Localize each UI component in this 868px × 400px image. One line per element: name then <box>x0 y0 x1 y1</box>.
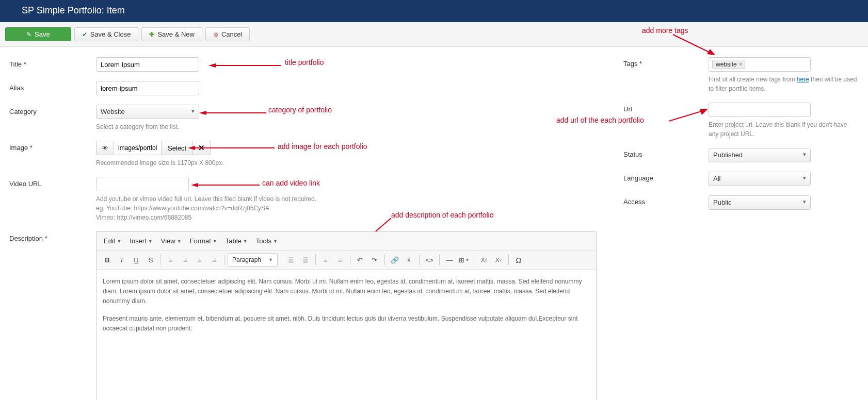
svg-marker-11 <box>707 49 715 55</box>
redo-button[interactable]: ↷ <box>368 253 381 266</box>
unlink-button[interactable]: ⚹ <box>403 253 416 266</box>
alias-label: Alias <box>9 81 96 92</box>
separator <box>508 255 509 265</box>
cancel-button[interactable]: ⊗ Cancel <box>205 27 250 41</box>
code-button[interactable]: <> <box>423 253 436 266</box>
editor-content[interactable]: Lorem ipsum dolor sit amet, consectetuer… <box>97 270 596 400</box>
svg-line-12 <box>669 111 703 121</box>
annotation-url: add url of the each portfolio <box>556 116 644 124</box>
caret-icon: ▼ <box>213 239 217 244</box>
subscript-button[interactable]: X2 <box>477 253 491 266</box>
status-value: Published <box>713 151 743 159</box>
svg-line-10 <box>673 35 711 53</box>
separator <box>474 255 474 265</box>
svg-marker-7 <box>191 183 198 187</box>
separator <box>315 255 316 265</box>
description-label: Description * <box>9 231 96 242</box>
access-select[interactable]: Public <box>709 195 811 210</box>
rich-text-editor: Edit▼ Insert▼ View▼ Format▼ Table▼ Tools… <box>96 231 597 400</box>
menu-table[interactable]: Table▼ <box>222 235 251 247</box>
menu-view[interactable]: View▼ <box>158 235 185 247</box>
caret-icon: ▼ <box>273 239 278 244</box>
underline-button[interactable]: U <box>130 253 143 266</box>
language-label: Language <box>623 172 709 182</box>
number-list-button[interactable]: ☰ <box>299 253 312 266</box>
annotation-title: title portfolio <box>285 58 324 66</box>
category-value: Website <box>101 108 125 115</box>
align-justify-button[interactable]: ≡ <box>207 253 221 266</box>
title-input[interactable] <box>96 57 199 72</box>
alias-input[interactable] <box>96 81 199 95</box>
save-button[interactable]: ✎ Save <box>5 27 71 41</box>
video-input[interactable] <box>96 177 189 191</box>
save-close-label: Save & Close <box>90 30 131 38</box>
tag-remove-icon[interactable]: × <box>739 61 743 68</box>
caret-icon: ▼ <box>117 239 121 244</box>
tag-chip: website × <box>712 60 745 69</box>
menu-tools[interactable]: Tools▼ <box>253 235 281 247</box>
menu-edit[interactable]: Edit▼ <box>101 235 124 247</box>
caret-icon: ▼ <box>268 257 273 262</box>
italic-button[interactable]: I <box>115 253 128 266</box>
save-icon: ✎ <box>26 31 31 38</box>
action-toolbar: ✎ Save ✔ Save & Close ✚ Save & New ⊗ Can… <box>0 22 868 47</box>
access-value: Public <box>713 198 731 206</box>
hr-button[interactable]: — <box>443 253 456 266</box>
language-select[interactable]: All <box>709 172 811 186</box>
separator <box>224 255 224 265</box>
image-preview-button[interactable]: 👁 <box>96 141 114 155</box>
align-right-button[interactable]: ≡ <box>193 253 206 266</box>
svg-marker-3 <box>199 111 206 115</box>
caret-icon: ▼ <box>148 239 153 244</box>
indent-button[interactable]: ≡ <box>333 253 347 266</box>
video-help-line1: Add youtube or vimeo video full url. Lea… <box>96 194 354 204</box>
link-button[interactable]: 🔗 <box>388 253 401 266</box>
align-left-button[interactable]: ≡ <box>164 253 178 266</box>
bullet-list-button[interactable]: ☰ <box>284 253 298 266</box>
tags-input[interactable]: website × <box>709 57 811 72</box>
content-area: Title * title portfolio Alias Category W… <box>0 47 868 400</box>
separator <box>384 255 385 265</box>
tag-label: website <box>716 61 737 68</box>
outdent-button[interactable]: ≡ <box>319 253 332 266</box>
tags-help: First of all create new tags from here t… <box>709 75 859 93</box>
table-button[interactable]: ⊞▼ <box>457 253 471 266</box>
menu-format[interactable]: Format▼ <box>187 235 220 247</box>
category-help: Select a category from the list. <box>96 122 199 131</box>
tags-help-link[interactable]: here <box>797 76 809 83</box>
url-input[interactable] <box>709 103 811 117</box>
special-char-button[interactable]: Ω <box>512 253 525 266</box>
content-paragraph: Praesent mauris ante, elementum et, bibe… <box>103 314 590 334</box>
svg-marker-13 <box>700 109 708 115</box>
annotation-image: add image for each portfolio <box>278 142 367 151</box>
menu-insert[interactable]: Insert▼ <box>126 235 155 247</box>
undo-button[interactable]: ↶ <box>353 253 367 266</box>
title-label: Title * <box>9 57 96 68</box>
strikethrough-button[interactable]: S <box>144 253 157 266</box>
separator <box>160 255 161 265</box>
save-new-label: Save & New <box>157 30 195 38</box>
editor-toolbar: B I U S ≡ ≡ ≡ ≡ Paragraph ▼ <box>97 251 596 270</box>
editor-menubar: Edit▼ Insert▼ View▼ Format▼ Table▼ Tools… <box>97 232 596 251</box>
align-center-button[interactable]: ≡ <box>179 253 192 266</box>
image-label: Image * <box>9 141 96 152</box>
plus-icon: ✚ <box>149 31 154 38</box>
language-value: All <box>713 175 720 182</box>
status-select[interactable]: Published <box>709 148 811 162</box>
image-path-input[interactable] <box>114 141 162 155</box>
eye-icon: 👁 <box>102 144 108 152</box>
save-label: Save <box>35 30 50 38</box>
sidebar-form: add more tags Tags * website × First of … <box>623 57 859 400</box>
format-select[interactable]: Paragraph ▼ <box>228 253 278 266</box>
separator <box>439 255 440 265</box>
save-close-button[interactable]: ✔ Save & Close <box>74 27 139 41</box>
category-select[interactable]: Website <box>96 105 199 119</box>
superscript-button[interactable]: X2 <box>492 253 505 266</box>
arrow-icon <box>672 34 718 57</box>
arrow-icon <box>208 63 281 71</box>
bold-button[interactable]: B <box>101 253 114 266</box>
url-help: Enter project url. Leave this blank if y… <box>709 120 859 139</box>
video-label: Video URL <box>9 177 96 188</box>
page-header: SP Simple Portfolio: Item <box>0 0 868 22</box>
save-new-button[interactable]: ✚ Save & New <box>141 27 202 41</box>
